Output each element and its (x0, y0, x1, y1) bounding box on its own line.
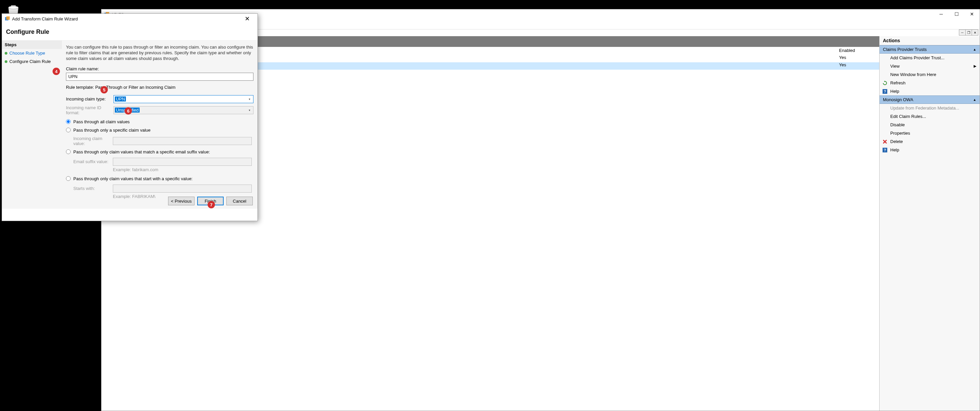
submenu-arrow-icon: ▶ (974, 64, 976, 68)
action-help[interactable]: ? Help (880, 146, 980, 154)
radio-pass-all-label: Pass through all claim values (73, 119, 130, 124)
actions-panel: Actions Claims Provider Trusts ▲ Add Cla… (879, 36, 980, 411)
wizard-description: You can configure this rule to pass thro… (66, 45, 253, 62)
actions-title: Actions (880, 36, 980, 45)
action-properties[interactable]: Properties (880, 129, 980, 137)
section-label: Claims Provider Trusts (883, 47, 927, 52)
refresh-icon (882, 80, 888, 86)
callout-7: 7 (208, 201, 215, 208)
claim-rule-name-input[interactable] (66, 73, 253, 81)
maximize-button[interactable]: ☐ (949, 10, 964, 19)
desktop: AD FS ─ ☐ ✕ ─ ❐ ✕ Enabled Yes (0, 0, 980, 411)
step-bullet-icon (5, 52, 7, 54)
starts-with-label: Starts with: (73, 186, 113, 191)
action-view[interactable]: View ▶ (880, 62, 980, 70)
wizard-form: You can configure this rule to pass thro… (62, 41, 258, 209)
svg-text:?: ? (884, 89, 886, 94)
cancel-button[interactable]: Cancel (226, 197, 253, 206)
actions-section-monosign-owa[interactable]: Monosign OWA ▲ (880, 96, 980, 104)
action-label: Help (890, 89, 899, 94)
incoming-claim-type-label: Incoming claim type: (66, 96, 113, 102)
help-icon: ? (882, 89, 888, 94)
steps-header: Steps (2, 41, 62, 49)
incoming-value-label: Incoming claim value: (73, 136, 113, 146)
previous-button[interactable]: < Previous (168, 197, 194, 206)
step-label: Choose Rule Type (10, 51, 45, 56)
wizard-steps: Steps Choose Rule Type Configure Claim R… (2, 41, 62, 209)
email-suffix-input (113, 158, 252, 166)
cell-enabled: Yes (836, 55, 879, 62)
combo-selection: UPN (115, 96, 126, 102)
wizard-dialog: Add Transform Claim Rule Wizard ✕ Config… (2, 13, 258, 221)
mdi-close[interactable]: ✕ (972, 29, 978, 35)
radio-pass-specific[interactable] (66, 127, 71, 132)
starts-with-input (113, 185, 252, 193)
action-disable[interactable]: Disable (880, 121, 980, 129)
action-update-federation[interactable]: Update from Federation Metadata... (880, 104, 980, 112)
callout-5: 5 (100, 86, 108, 94)
action-label: Add Claims Provider Trust... (890, 55, 945, 60)
action-label: Help (890, 147, 899, 152)
wizard-body: Steps Choose Rule Type Configure Claim R… (2, 41, 258, 209)
step-bullet-icon (5, 60, 7, 63)
mdi-restore[interactable]: ❐ (965, 29, 972, 35)
help-icon: ? (882, 147, 888, 153)
window-controls: ─ ☐ ✕ (934, 10, 980, 19)
wizard-titlebar[interactable]: Add Transform Claim Rule Wizard ✕ (2, 14, 258, 24)
mdi-controls: ─ ❐ ✕ (959, 29, 978, 35)
action-label: Edit Claim Rules... (890, 114, 926, 119)
section-label: Monosign OWA (883, 97, 913, 102)
chevron-down-icon: ▾ (247, 107, 253, 113)
action-label: Delete (890, 139, 903, 144)
name-id-format-label: Incoming name ID format: (66, 105, 113, 115)
callout-6: 6 (124, 107, 132, 115)
actions-section-claims-provider-trusts[interactable]: Claims Provider Trusts ▲ (880, 45, 980, 54)
radio-pass-starts-with[interactable] (66, 176, 71, 181)
radio-pass-all[interactable] (66, 119, 71, 124)
action-new-window[interactable]: New Window from Here (880, 70, 980, 79)
incoming-claim-type-combo[interactable]: UPN ▾ (113, 95, 253, 103)
svg-rect-8 (6, 16, 10, 20)
action-refresh[interactable]: Refresh (880, 79, 980, 87)
close-button[interactable]: ✕ (964, 10, 980, 19)
claim-rule-name-label: Claim rule name: (66, 66, 253, 71)
mdi-minimize[interactable]: ─ (959, 29, 966, 35)
radio-pass-email-suffix[interactable] (66, 150, 71, 154)
action-label: Update from Federation Metadata... (890, 105, 959, 110)
wizard-icon (5, 16, 10, 21)
step-choose-rule-type[interactable]: Choose Rule Type (2, 49, 62, 57)
delete-icon (882, 139, 888, 144)
action-label: Properties (890, 131, 910, 135)
action-add-claims-provider-trust[interactable]: Add Claims Provider Trust... (880, 54, 980, 62)
chevron-down-icon: ▾ (247, 96, 253, 102)
wizard-title: Add Transform Claim Rule Wizard (12, 16, 78, 21)
collapse-arrow-icon: ▲ (973, 48, 976, 51)
minimize-button[interactable]: ─ (934, 10, 949, 19)
callout-4: 4 (52, 68, 60, 75)
col-enabled-header[interactable]: Enabled (836, 47, 879, 55)
action-label: Refresh (890, 80, 906, 85)
action-label: View (890, 64, 900, 68)
radio-pass-email-suffix-label: Pass through only claim values that matc… (73, 150, 210, 155)
radio-pass-specific-label: Pass through only a specific claim value (73, 127, 151, 133)
cell-enabled: Yes (836, 62, 879, 70)
svg-text:?: ? (884, 148, 886, 152)
close-button[interactable]: ✕ (240, 14, 255, 24)
rule-template-label: Rule template: Pass Through or Filter an… (66, 85, 253, 90)
radio-pass-starts-with-label: Pass through only claim values that star… (73, 176, 192, 181)
radio-group: Pass through all claim values Pass throu… (66, 119, 253, 199)
email-suffix-label: Email suffix value: (73, 159, 113, 164)
name-id-format-combo: Unspecified ▾ (113, 106, 253, 114)
wizard-header: Configure Rule (2, 24, 258, 41)
action-help[interactable]: ? Help (880, 87, 980, 96)
action-delete[interactable]: Delete (880, 137, 980, 146)
step-label: Configure Claim Rule (10, 59, 51, 64)
action-label: Disable (890, 122, 905, 127)
action-edit-claim-rules[interactable]: Edit Claim Rules... (880, 112, 980, 121)
email-example: Example: fabrikam.com (113, 167, 253, 172)
step-configure-claim-rule[interactable]: Configure Claim Rule (2, 57, 62, 66)
action-label: New Window from Here (890, 72, 936, 77)
incoming-value-input (113, 137, 252, 145)
collapse-arrow-icon: ▲ (973, 98, 976, 102)
